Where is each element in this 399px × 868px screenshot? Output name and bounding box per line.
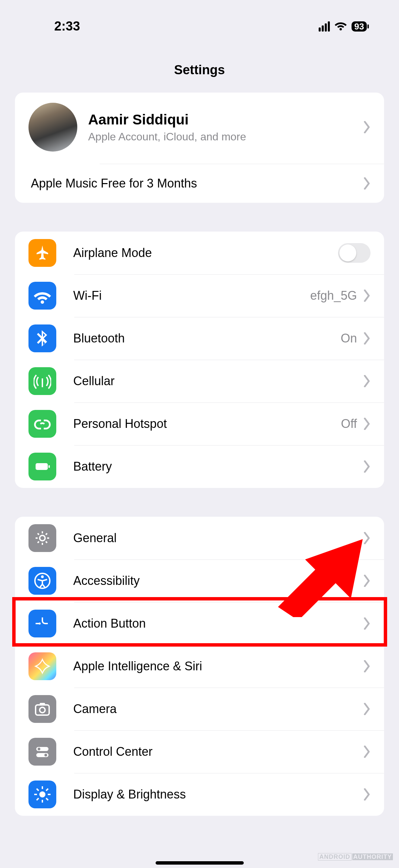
profile-subtitle: Apple Account, iCloud, and more (88, 131, 352, 143)
wifi-row[interactable]: Wi-Fi efgh_5G (15, 274, 384, 317)
apple-intelligence-row[interactable]: Apple Intelligence & Siri (15, 645, 384, 688)
chevron-right-icon (363, 332, 371, 344)
hotspot-value: Off (341, 417, 357, 431)
row-label: Airplane Mode (73, 246, 338, 260)
general-group: General Accessibility Action Button Appl… (15, 517, 384, 816)
wifi-icon (28, 282, 56, 310)
status-time: 2:33 (54, 19, 80, 34)
profile-name: Aamir Siddiqui (88, 112, 352, 128)
row-label: Accessibility (73, 574, 363, 588)
chevron-right-icon (363, 121, 371, 133)
home-indicator[interactable] (156, 861, 244, 865)
promo-label: Apple Music Free for 3 Months (31, 176, 363, 191)
battery-icon (28, 453, 56, 480)
gear-icon (28, 524, 56, 552)
row-label: Apple Intelligence & Siri (73, 659, 363, 673)
row-label: Battery (73, 459, 363, 474)
airplane-toggle[interactable] (338, 243, 371, 263)
bluetooth-icon (28, 324, 56, 352)
row-label: Bluetooth (73, 331, 341, 346)
connectivity-group: Airplane Mode Wi-Fi efgh_5G Bluetooth On… (15, 232, 384, 488)
chevron-right-icon (363, 418, 371, 430)
accessibility-row[interactable]: Accessibility (15, 559, 384, 602)
chevron-right-icon (363, 660, 371, 672)
chevron-right-icon (363, 460, 371, 473)
chevron-right-icon (363, 290, 371, 302)
ai-icon (28, 652, 56, 680)
row-label: Cellular (73, 374, 363, 388)
chevron-right-icon (363, 375, 371, 387)
general-row[interactable]: General (15, 517, 384, 559)
row-label: Action Button (73, 616, 363, 631)
row-label: Wi-Fi (73, 289, 310, 303)
battery-indicator: 93 (352, 21, 367, 32)
wifi-value: efgh_5G (310, 289, 357, 303)
row-label: General (73, 531, 363, 545)
status-bar: 2:33 93 (0, 0, 399, 41)
camera-row[interactable]: Camera (15, 688, 384, 730)
chevron-right-icon (363, 532, 371, 544)
action-icon (28, 610, 56, 637)
avatar (28, 103, 77, 152)
cellular-icon (28, 367, 56, 395)
status-indicators: 93 (319, 19, 367, 34)
chevron-right-icon (363, 177, 371, 190)
accessibility-icon (28, 567, 56, 595)
chevron-right-icon (363, 703, 371, 715)
apple-music-promo-row[interactable]: Apple Music Free for 3 Months (100, 164, 384, 203)
hotspot-row[interactable]: Personal Hotspot Off (15, 402, 384, 445)
airplane-mode-row[interactable]: Airplane Mode (15, 232, 384, 274)
bluetooth-row[interactable]: Bluetooth On (15, 317, 384, 360)
watermark: ANDROIDAUTHORITY (318, 853, 393, 861)
action-button-row[interactable]: Action Button (15, 602, 384, 645)
profile-row[interactable]: Aamir Siddiqui Apple Account, iCloud, an… (15, 93, 384, 164)
row-label: Camera (73, 702, 363, 716)
chevron-right-icon (363, 788, 371, 801)
hotspot-icon (28, 410, 56, 438)
camera-icon (28, 695, 56, 723)
chevron-right-icon (363, 617, 371, 630)
row-label: Control Center (73, 745, 363, 759)
airplane-icon (28, 239, 56, 267)
control-icon (28, 738, 56, 766)
display-brightness-row[interactable]: Display & Brightness (15, 773, 384, 816)
brightness-icon (28, 781, 56, 808)
wifi-status-icon (335, 19, 347, 34)
chevron-right-icon (363, 746, 371, 758)
profile-group: Aamir Siddiqui Apple Account, iCloud, an… (15, 93, 384, 203)
row-label: Display & Brightness (73, 787, 363, 802)
battery-row[interactable]: Battery (15, 445, 384, 488)
cellular-signal-icon (319, 21, 330, 32)
bluetooth-value: On (341, 331, 357, 346)
row-label: Personal Hotspot (73, 417, 341, 431)
cellular-row[interactable]: Cellular (15, 360, 384, 402)
control-center-row[interactable]: Control Center (15, 730, 384, 773)
page-title: Settings (0, 63, 399, 77)
chevron-right-icon (363, 575, 371, 587)
